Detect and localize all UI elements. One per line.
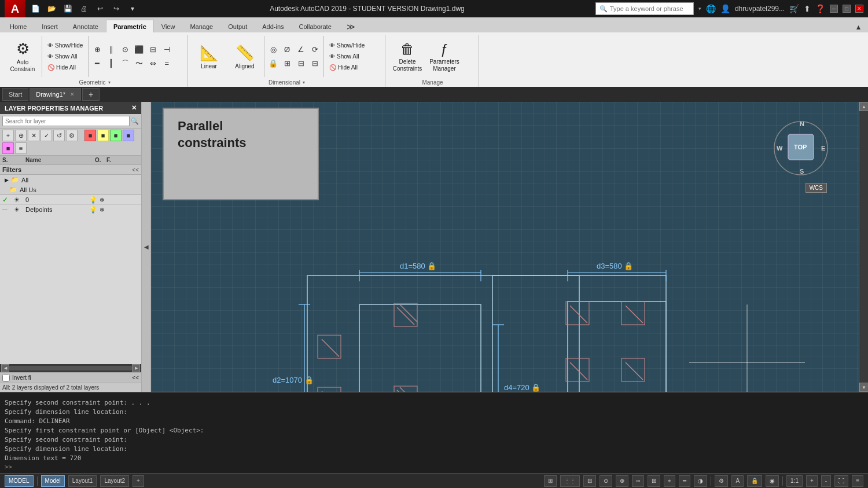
- zoom-level-btn[interactable]: 1:1: [786, 475, 803, 487]
- invert-filter-checkbox[interactable]: [2, 374, 10, 381]
- constraint-perpendicular-btn[interactable]: ⊣: [160, 43, 173, 56]
- collapse-left-btn[interactable]: ◀: [142, 102, 151, 392]
- snap-btn[interactable]: ⋮⋮: [560, 475, 580, 487]
- scale-btn[interactable]: +: [806, 475, 818, 487]
- dim-form-btn[interactable]: ⊞: [281, 57, 293, 70]
- upgrade-icon[interactable]: ⬆: [804, 4, 811, 13]
- linear-button[interactable]: 📐 Linear: [192, 39, 226, 74]
- redo-button[interactable]: ↪: [110, 2, 123, 15]
- geometric-show-all-button[interactable]: 👁 Show All: [45, 52, 86, 61]
- layout2-tab[interactable]: Layout2: [100, 475, 129, 487]
- constraint-fixed-btn[interactable]: ⬛: [133, 43, 145, 56]
- layer-panel-close-icon[interactable]: ✕: [131, 104, 137, 112]
- doc-tab-drawing1[interactable]: Drawing1* ✕: [30, 88, 81, 101]
- layer-current-btn[interactable]: ✓: [41, 130, 52, 141]
- layer-new-vp-btn[interactable]: ⊕: [15, 130, 27, 141]
- search-dropdown-icon[interactable]: ▾: [698, 6, 701, 12]
- dim-vert-btn[interactable]: ⊟: [308, 57, 321, 70]
- scroll-down-btn[interactable]: ▼: [859, 383, 868, 392]
- parameters-manager-button[interactable]: ƒ ParametersManager: [427, 39, 462, 74]
- scroll-track[interactable]: [859, 111, 868, 383]
- geometric-expand-btn[interactable]: ▾: [108, 80, 111, 85]
- dim-angular-btn[interactable]: ∠: [295, 43, 307, 56]
- filter-all-row[interactable]: ▶ 📁 All: [0, 175, 141, 185]
- dimensional-show-all-button[interactable]: 👁 Show All: [326, 52, 367, 61]
- layer-color5-btn[interactable]: ■: [2, 142, 14, 154]
- constraint-tangent-btn[interactable]: ⌒: [119, 57, 131, 70]
- undo-button[interactable]: ↩: [94, 2, 106, 15]
- constraint-vertical-btn[interactable]: ┃: [105, 57, 117, 70]
- layer-color3-btn[interactable]: ■: [110, 130, 122, 141]
- lweight-btn[interactable]: ━: [679, 475, 690, 487]
- add-layout-btn[interactable]: +: [133, 475, 144, 487]
- filter-allus-row[interactable]: 📁 All Us: [0, 185, 141, 195]
- user-icon[interactable]: 👤: [720, 4, 730, 13]
- tab-annotate[interactable]: Annotate: [65, 20, 106, 32]
- filters-collapse-btn[interactable]: <<: [132, 167, 139, 173]
- tab-insert[interactable]: Insert: [34, 20, 65, 32]
- h-scroll-left-btn[interactable]: ◀: [1, 364, 9, 372]
- nav-cube[interactable]: N S E W TOP: [772, 119, 830, 177]
- maximize-button[interactable]: □: [843, 5, 851, 13]
- dimensional-expand-btn[interactable]: ▾: [303, 80, 305, 85]
- constraint-symmetric-btn[interactable]: ⇔: [146, 57, 159, 70]
- new-button[interactable]: 📄: [29, 2, 42, 15]
- layer-delete-btn[interactable]: ✕: [28, 130, 39, 141]
- osnap-btn[interactable]: ⊕: [616, 475, 628, 487]
- constraint-horizontal-btn[interactable]: ━: [91, 57, 104, 70]
- plot-button[interactable]: 🖨: [78, 2, 90, 15]
- dim-radial-btn[interactable]: ◎: [267, 43, 279, 56]
- layer-color4-btn[interactable]: ■: [123, 130, 134, 141]
- save-button[interactable]: 💾: [61, 2, 74, 15]
- tmodel-btn[interactable]: ◑: [694, 475, 707, 487]
- cart-icon[interactable]: 🛒: [789, 4, 799, 13]
- constraint-parallel-btn[interactable]: ⊟: [146, 43, 159, 56]
- constraint-smooth-btn[interactable]: 〜: [133, 57, 145, 70]
- tab-addins[interactable]: Add-ins: [255, 20, 291, 32]
- grid-btn[interactable]: ⊞: [544, 475, 557, 487]
- layer-more-btn[interactable]: ≡: [15, 142, 27, 154]
- dim-diameter-btn[interactable]: Ø: [281, 43, 293, 56]
- doc-tab-start[interactable]: Start: [2, 88, 28, 101]
- tab-manage[interactable]: Manage: [182, 20, 220, 32]
- layer-new-btn[interactable]: +: [2, 130, 14, 141]
- layer-search-input[interactable]: [2, 116, 130, 126]
- layout-model-tab[interactable]: Model: [41, 475, 65, 487]
- filter-collapse-btn[interactable]: <<: [132, 375, 139, 381]
- search-input[interactable]: [610, 5, 690, 12]
- layer-refresh-btn[interactable]: ↺: [53, 130, 65, 141]
- h-scroll-right-btn[interactable]: ▶: [132, 364, 140, 372]
- ortho-btn[interactable]: ⊟: [583, 475, 596, 487]
- geometric-hide-all-button[interactable]: 🚫 Hide All: [45, 63, 86, 72]
- tab-view[interactable]: View: [154, 20, 183, 32]
- layer-row-0[interactable]: ✓ ☀ 0 💡 ❄: [0, 195, 141, 205]
- ducs-btn[interactable]: ⊞: [648, 475, 660, 487]
- auto-constrain-button[interactable]: ⚙ AutoConstrain: [6, 38, 39, 75]
- wcs-label[interactable]: WCS: [806, 183, 827, 193]
- tab-output[interactable]: Output: [220, 20, 255, 32]
- workspace-btn[interactable]: ⚙: [715, 475, 728, 487]
- constraint-coincident-btn[interactable]: ⊕: [91, 43, 104, 56]
- cad-canvas[interactable]: Parallelconstraints: [151, 102, 859, 392]
- otrack-btn[interactable]: ∞: [632, 475, 644, 487]
- network-icon[interactable]: 🌐: [706, 4, 716, 13]
- user-name[interactable]: dhruvpatel299...: [735, 5, 785, 13]
- dimensional-hide-all-button[interactable]: 🚫 Hide All: [326, 63, 367, 72]
- layout1-tab[interactable]: Layout1: [68, 475, 97, 487]
- tab-collaborate[interactable]: Collaborate: [292, 20, 339, 32]
- minimize-button[interactable]: ─: [830, 5, 838, 13]
- dyn-btn[interactable]: ⌖: [664, 475, 675, 487]
- constraint-collinear-btn[interactable]: ∥: [105, 43, 117, 56]
- customize-btn[interactable]: ≡: [852, 475, 863, 487]
- h-scroll-track[interactable]: [9, 366, 132, 370]
- polar-btn[interactable]: ⊙: [599, 475, 612, 487]
- scroll-up-btn[interactable]: ▲: [859, 102, 868, 111]
- doc-tab-close-icon[interactable]: ✕: [70, 91, 75, 97]
- dim-lock-btn[interactable]: 🔒: [267, 57, 279, 70]
- layer-color2-btn[interactable]: ■: [97, 130, 109, 141]
- constraint-equal-btn[interactable]: =: [160, 57, 173, 70]
- dim-convert-btn[interactable]: ⟳: [308, 43, 321, 56]
- annotation-btn[interactable]: A: [731, 475, 744, 487]
- geometric-show-hide-button[interactable]: 👁 Show/Hide: [45, 41, 86, 50]
- layer-settings-btn[interactable]: ⚙: [66, 130, 78, 141]
